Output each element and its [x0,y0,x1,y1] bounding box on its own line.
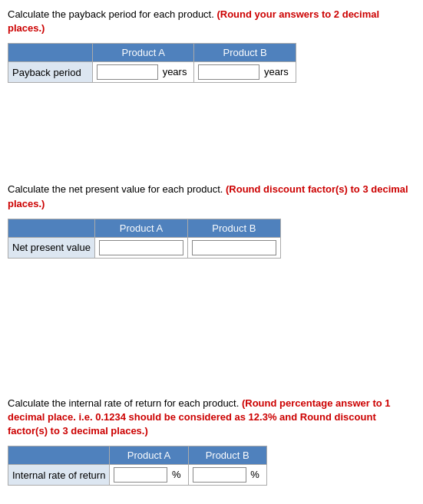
irr-input-a[interactable] [114,467,167,483]
payback-cell-a: years [93,62,194,83]
npv-header-product-a: Product A [94,219,187,237]
irr-header-product-b: Product B [188,446,266,465]
npv-header-empty [8,219,95,237]
payback-input-b[interactable] [198,64,259,80]
irr-unit-a: % [170,469,184,480]
npv-table: Product A Product B Net present value [8,219,281,259]
npv-input-b[interactable] [192,240,276,255]
irr-row: Internal rate of return % % [8,465,267,486]
instruction-npv: Calculate the net present value for each… [8,183,415,210]
npv-header-product-b: Product B [187,219,280,237]
instruction-npv-plain: Calculate the net present value for each… [8,183,226,195]
section-npv: Calculate the net present value for each… [8,183,415,258]
payback-unit-b: years [263,66,292,77]
irr-header-product-a: Product A [110,446,188,465]
payback-input-a[interactable] [97,64,158,80]
npv-row-label: Net present value [8,237,95,258]
npv-row: Net present value [8,237,281,258]
irr-cell-b: % [188,465,266,486]
payback-row-label: Payback period [8,62,93,83]
payback-unit-a: years [161,66,190,77]
irr-unit-b: % [249,469,263,480]
section-irr: Calculate the internal rate of return fo… [8,397,415,486]
payback-row: Payback period years years [8,62,296,83]
instruction-payback: Calculate the payback period for each pr… [8,8,415,35]
irr-input-b[interactable] [193,467,246,483]
irr-table: Product A Product B Internal rate of ret… [8,446,267,486]
payback-table: Product A Product B Payback period years… [8,43,296,83]
instruction-irr-plain: Calculate the internal rate of return fo… [8,397,242,409]
irr-row-label: Internal rate of return [8,465,110,486]
payback-header-empty [8,44,93,62]
instruction-payback-plain: Calculate the payback period for each pr… [8,8,216,20]
npv-input-a[interactable] [99,240,183,255]
section-payback: Calculate the payback period for each pr… [8,8,415,83]
payback-header-product-b: Product B [194,44,296,62]
irr-header-empty [8,446,110,465]
payback-header-product-a: Product A [93,44,194,62]
instruction-irr: Calculate the internal rate of return fo… [8,397,415,439]
npv-cell-a [94,237,187,258]
npv-cell-b [187,237,280,258]
irr-cell-a: % [110,465,188,486]
payback-cell-b: years [194,62,296,83]
